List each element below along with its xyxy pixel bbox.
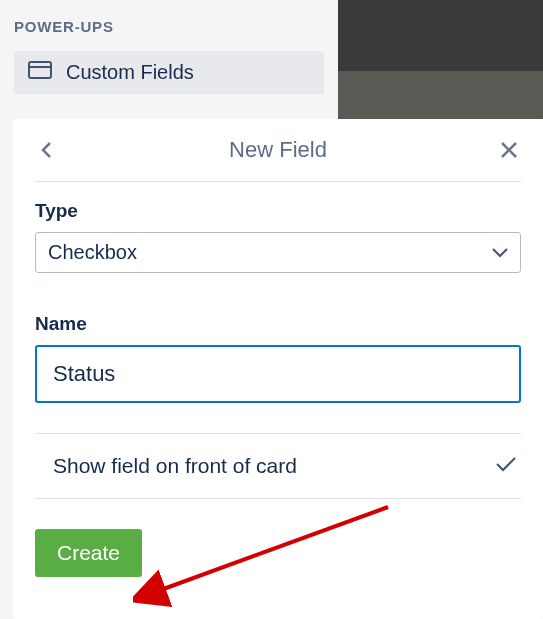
check-icon [495, 455, 521, 477]
powerups-section-title: POWER-UPS [14, 18, 324, 35]
show-on-front-toggle[interactable]: Show field on front of card [35, 433, 521, 499]
name-label: Name [35, 313, 521, 335]
show-on-front-label: Show field on front of card [35, 454, 297, 478]
svg-rect-0 [29, 62, 51, 78]
annotation-arrow [133, 499, 403, 609]
powerups-section: POWER-UPS Custom Fields [0, 0, 338, 94]
back-button[interactable] [35, 138, 59, 162]
custom-fields-icon [28, 61, 52, 84]
type-label: Type [35, 200, 521, 222]
close-icon [500, 141, 518, 159]
modal-title: New Field [229, 137, 327, 163]
background-image-area [338, 0, 543, 119]
svg-line-5 [158, 507, 388, 591]
new-field-modal: New Field Type Checkbox Name Show field … [13, 119, 543, 619]
name-section: Name [35, 313, 521, 403]
sidebar-item-custom-fields[interactable]: Custom Fields [14, 51, 324, 94]
close-button[interactable] [497, 138, 521, 162]
modal-header: New Field [35, 137, 521, 182]
create-button[interactable]: Create [35, 529, 142, 577]
name-input[interactable] [35, 345, 521, 403]
type-section: Type Checkbox [35, 200, 521, 273]
custom-fields-label: Custom Fields [66, 61, 194, 84]
chevron-left-icon [40, 140, 54, 160]
type-select[interactable]: Checkbox [35, 232, 521, 273]
type-select-wrapper: Checkbox [35, 232, 521, 273]
